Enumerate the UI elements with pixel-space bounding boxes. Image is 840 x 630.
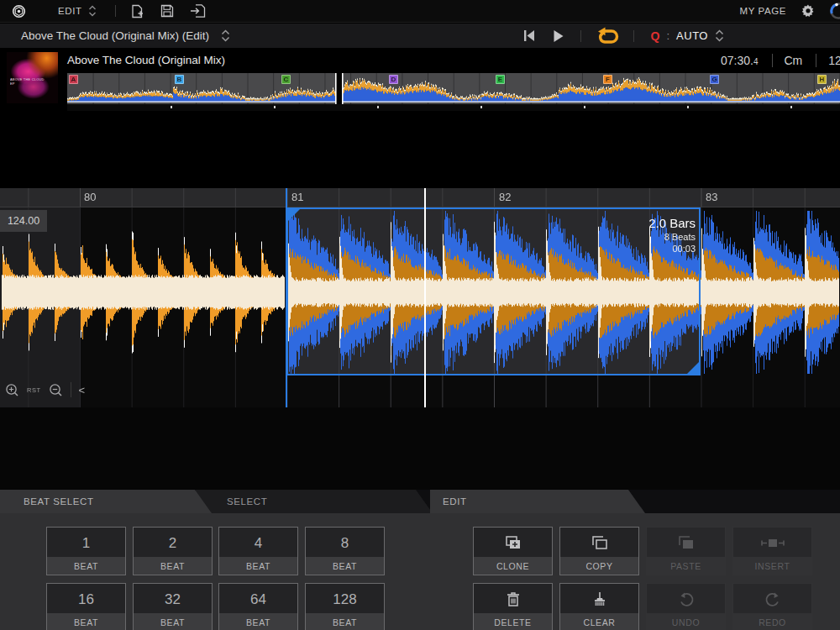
copy-icon bbox=[560, 528, 638, 559]
beat-32-button[interactable]: 32 BEAT bbox=[133, 583, 213, 630]
minute-tick-strip bbox=[67, 104, 840, 111]
tab-row: BEAT SELECT SELECT EDIT bbox=[0, 490, 840, 513]
paste-icon bbox=[647, 528, 725, 559]
zoom-in-icon[interactable] bbox=[5, 383, 19, 397]
minute-tick bbox=[584, 106, 585, 108]
save-icon[interactable] bbox=[160, 4, 174, 18]
undo-button[interactable]: UNDO bbox=[646, 583, 726, 630]
bottom-panel: 1 BEAT 2 BEAT 4 BEAT 8 BEAT 16 BEAT 32 B… bbox=[0, 513, 840, 630]
beat-64-button[interactable]: 64 BEAT bbox=[218, 583, 298, 630]
beat-4-button[interactable]: 4 BEAT bbox=[218, 527, 298, 575]
bar-number: 80 bbox=[84, 191, 96, 203]
track-bpm: 124.00 bbox=[828, 54, 840, 67]
skip-to-start-button[interactable] bbox=[523, 30, 535, 41]
cue-marker-c[interactable]: C bbox=[281, 75, 291, 84]
selection-bars: 2.0 Bars bbox=[538, 216, 696, 230]
quantize-q-icon[interactable]: Q bbox=[651, 29, 660, 43]
quantize-colon: : bbox=[666, 29, 669, 42]
track-select-chevrons-icon[interactable] bbox=[221, 29, 230, 43]
loaded-track-title: Above The Cloud (Original Mix) (Edit) bbox=[21, 29, 209, 42]
insert-button[interactable]: INSERT bbox=[732, 527, 812, 575]
clear-icon bbox=[560, 584, 638, 615]
zoom-controls: RST < bbox=[5, 380, 85, 400]
edit-menu-chevrons-icon[interactable] bbox=[88, 4, 97, 18]
selection-beats: 8 Beats bbox=[538, 232, 696, 242]
paste-button[interactable]: PASTE bbox=[646, 527, 726, 575]
top-menu-bar: EDIT MY PAGE bbox=[0, 0, 840, 23]
album-art: ABOVE THE CLOUD EP bbox=[7, 52, 58, 103]
tab-select[interactable]: SELECT bbox=[196, 490, 433, 513]
cue-marker-a[interactable]: A bbox=[69, 75, 78, 84]
beat-grid-editor[interactable]: 80 81 82 83 124.00 2.0 Bars 8 Beats 00:0… bbox=[0, 188, 840, 407]
menu-divider bbox=[115, 5, 116, 17]
export-icon[interactable] bbox=[190, 4, 206, 18]
minute-tick bbox=[274, 106, 276, 108]
overview-waveform[interactable]: A B C D E F G H bbox=[67, 73, 840, 104]
beat-1-button[interactable]: 1 BEAT bbox=[46, 527, 126, 575]
master-knob-icon[interactable] bbox=[828, 1, 840, 21]
track-header-title: Above The Cloud (Original Mix) bbox=[67, 54, 225, 66]
delete-icon bbox=[474, 584, 552, 615]
quantize-chevrons-icon[interactable] bbox=[715, 29, 724, 43]
cue-marker-b[interactable]: B bbox=[175, 75, 184, 84]
tab-edit[interactable]: EDIT bbox=[430, 490, 645, 513]
settings-gear-icon[interactable] bbox=[801, 4, 815, 18]
minute-tick bbox=[480, 106, 482, 108]
cue-marker-h[interactable]: H bbox=[817, 75, 827, 84]
minute-tick bbox=[377, 106, 379, 108]
app-logo-icon bbox=[12, 4, 26, 18]
clear-button[interactable]: CLEAR bbox=[559, 583, 639, 630]
clone-button[interactable]: CLONE bbox=[473, 527, 553, 575]
zoom-reset-button[interactable]: RST bbox=[27, 386, 41, 394]
app-window: EDIT MY PAGE bbox=[0, 0, 840, 630]
my-page-link[interactable]: MY PAGE bbox=[739, 6, 786, 16]
cue-marker-d[interactable]: D bbox=[389, 75, 398, 84]
track-time-frac: 4 bbox=[753, 57, 759, 66]
quantize-value[interactable]: AUTO bbox=[676, 29, 708, 42]
beat-8-button[interactable]: 8 BEAT bbox=[305, 527, 385, 575]
delete-button[interactable]: DELETE bbox=[473, 583, 553, 630]
play-button[interactable] bbox=[554, 30, 564, 42]
minute-tick bbox=[790, 106, 792, 108]
edit-menu[interactable]: EDIT bbox=[58, 6, 82, 16]
tab-beat-select[interactable]: BEAT SELECT bbox=[0, 490, 212, 513]
new-file-icon[interactable] bbox=[130, 4, 144, 18]
track-key: Cm bbox=[785, 54, 803, 67]
bar-number: 82 bbox=[499, 191, 511, 203]
title-bar: Above The Cloud (Original Mix) (Edit) Q … bbox=[0, 24, 840, 48]
undo-icon bbox=[647, 584, 725, 615]
copy-button[interactable]: COPY bbox=[559, 527, 639, 575]
selection-info: 2.0 Bars 8 Beats 00:03 bbox=[538, 216, 696, 254]
scroll-back-button[interactable]: < bbox=[79, 385, 86, 396]
insert-icon bbox=[733, 528, 811, 559]
minute-tick bbox=[687, 106, 689, 108]
cue-marker-g[interactable]: G bbox=[710, 75, 719, 84]
album-art-caption: ABOVE THE CLOUD EP bbox=[10, 77, 47, 85]
beat-16-button[interactable]: 16 BEAT bbox=[46, 583, 126, 630]
selection-time: 00:03 bbox=[538, 244, 696, 254]
minute-tick bbox=[171, 106, 172, 108]
cue-marker-e[interactable]: E bbox=[496, 75, 505, 84]
undo-grid-button[interactable] bbox=[596, 27, 620, 45]
track-time: 07:30. bbox=[721, 54, 753, 67]
bar-number: 81 bbox=[291, 191, 303, 203]
beat-2-button[interactable]: 2 BEAT bbox=[133, 527, 213, 575]
bar-number: 83 bbox=[706, 191, 717, 203]
empty-lane bbox=[0, 407, 840, 490]
zoom-out-icon[interactable] bbox=[49, 383, 63, 397]
beat-128-button[interactable]: 128 BEAT bbox=[305, 583, 385, 630]
redo-icon bbox=[733, 584, 811, 615]
cue-marker-f[interactable]: F bbox=[603, 75, 612, 84]
redo-button[interactable]: REDO bbox=[732, 583, 812, 630]
track-stats: 07:30.4 Cm 124.00 bbox=[721, 54, 840, 67]
bpm-badge: 124.00 bbox=[0, 210, 47, 232]
clone-icon bbox=[474, 528, 552, 559]
